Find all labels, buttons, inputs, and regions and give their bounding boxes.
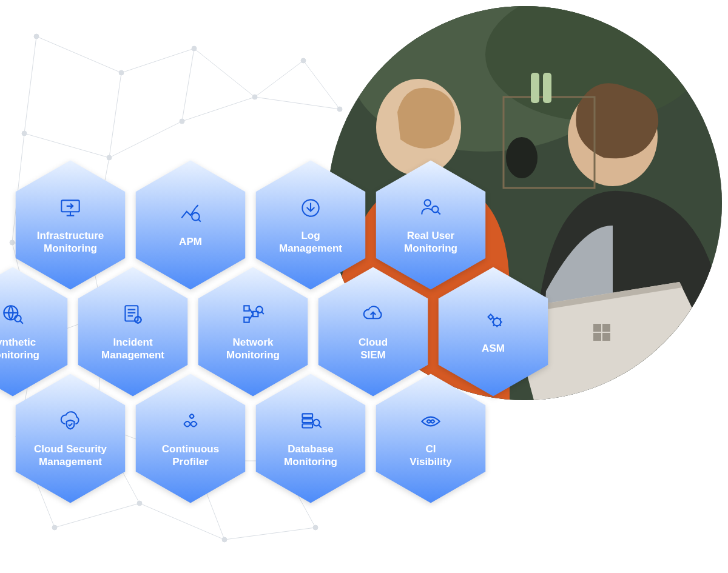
svg-point-34 [22, 131, 27, 136]
svg-line-18 [140, 503, 224, 540]
svg-line-77 [438, 212, 440, 214]
hex-label: Log Management [279, 229, 342, 255]
svg-marker-99 [488, 315, 493, 320]
svg-point-103 [190, 414, 194, 418]
infinity-gear-icon [178, 409, 203, 434]
svg-line-70 [198, 219, 201, 222]
svg-line-2 [194, 49, 255, 97]
gear-diamond-icon [480, 308, 506, 333]
hex-label: Incident Management [101, 336, 164, 362]
hex-cloud-security-management[interactable]: Cloud Security Management [12, 371, 129, 506]
hex-label: Synthetic Monitoring [0, 336, 39, 362]
cloud-up-icon [360, 302, 386, 327]
svg-rect-106 [302, 419, 312, 423]
hex-continuous-profiler[interactable]: Continuous Profiler [132, 371, 249, 506]
svg-line-109 [319, 425, 322, 427]
svg-line-21 [224, 528, 315, 540]
hex-label: Infrastructure Monitoring [37, 229, 104, 255]
svg-point-33 [252, 95, 257, 99]
chart-magnify-icon [178, 201, 203, 227]
svg-line-25 [182, 97, 255, 121]
svg-line-27 [255, 61, 303, 97]
svg-rect-90 [244, 317, 249, 322]
hex-ci-visibility[interactable]: CI Visibility [372, 371, 489, 506]
nodes-magnify-icon [240, 302, 266, 327]
user-magnify-icon [418, 195, 443, 221]
svg-rect-83 [125, 306, 138, 321]
svg-point-46 [313, 525, 318, 530]
hex-label: Cloud Security Management [34, 443, 107, 469]
hex-database-monitoring[interactable]: Database Monitoring [252, 371, 369, 506]
hex-label: Real User Monitoring [404, 229, 457, 255]
hex-label: CI Visibility [410, 443, 452, 469]
svg-point-108 [313, 420, 320, 426]
hex-label: Cloud SIEM [359, 336, 388, 362]
globe-magnify-icon [0, 302, 25, 327]
hex-label: APM [179, 235, 202, 248]
hex-label: Network Monitoring [226, 336, 280, 362]
svg-line-95 [261, 312, 264, 314]
svg-rect-60 [531, 73, 539, 103]
cloud-shield-icon [58, 409, 83, 434]
eye-infinity-icon [418, 409, 443, 434]
svg-line-4 [24, 133, 109, 158]
hex-row-3: Cloud Security Management Continuous Pro… [12, 371, 551, 506]
svg-rect-61 [543, 73, 551, 103]
svg-point-48 [180, 119, 184, 124]
monitor-arrow-icon [58, 195, 83, 221]
svg-line-3 [24, 36, 36, 133]
hex-grid: Infrastructure Monitoring APM Log Manage… [12, 158, 551, 506]
svg-point-32 [192, 46, 197, 51]
svg-line-24 [182, 49, 194, 121]
svg-point-31 [119, 70, 124, 75]
svg-line-16 [55, 503, 140, 528]
svg-rect-89 [244, 306, 249, 310]
svg-line-0 [36, 36, 121, 73]
svg-point-42 [52, 525, 57, 530]
db-magnify-icon [298, 409, 323, 434]
svg-point-44 [222, 537, 227, 542]
svg-point-49 [301, 58, 306, 63]
svg-line-29 [255, 97, 340, 109]
svg-line-1 [121, 49, 194, 73]
svg-line-68 [195, 206, 198, 208]
svg-point-30 [34, 34, 39, 39]
svg-line-26 [109, 121, 182, 158]
svg-line-5 [109, 73, 121, 158]
svg-line-81 [21, 321, 23, 323]
hex-label: ASM [482, 342, 505, 355]
svg-line-28 [303, 61, 340, 109]
hex-label: Continuous Profiler [162, 443, 219, 469]
clipboard-gear-icon [120, 302, 146, 327]
download-circle-icon [298, 195, 323, 221]
svg-rect-105 [302, 414, 312, 417]
svg-rect-107 [302, 424, 312, 427]
svg-point-50 [337, 107, 342, 112]
svg-point-75 [425, 199, 431, 206]
svg-point-76 [432, 206, 439, 213]
hex-label: Database Monitoring [284, 443, 337, 469]
